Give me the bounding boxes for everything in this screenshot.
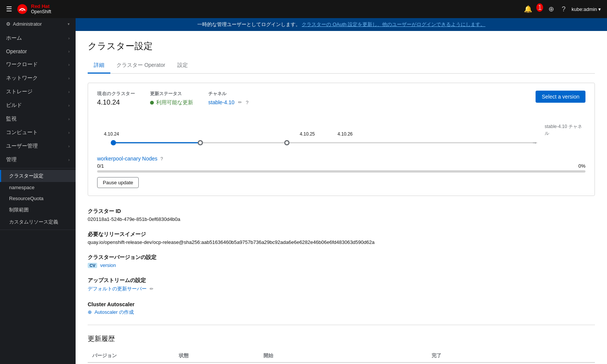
track-channel-label: stable-4.10 チャネル — [545, 123, 582, 137]
workerpool-label-row: workerpool-canary Nodes ? — [97, 156, 585, 162]
sidebar-item-storage-label: ストレージ — [6, 88, 33, 95]
top-nav: ☰ Red Hat OpenShift 🔔 1 ⊕ ? kube:admin ▾ — [0, 0, 607, 18]
brand-line2: OpenShift — [31, 9, 51, 14]
brand: Red Hat OpenShift — [17, 3, 51, 15]
sidebar-item-usermgmt-label: ユーザー管理 — [6, 143, 38, 150]
sidebar-sub-cluster-settings[interactable]: クラスター設定 — [0, 170, 76, 182]
workerpool-link[interactable]: workerpool-canary Nodes — [97, 156, 158, 162]
col-status: 状態 — [174, 349, 259, 362]
sidebar-item-storage[interactable]: ストレージ › — [0, 85, 76, 99]
tab-details[interactable]: 詳細 — [88, 58, 110, 74]
track-node-2-dot — [198, 140, 203, 145]
version-label-2: 4.10.25 — [300, 131, 315, 137]
banner-link[interactable]: クラスターの OAuth 設定を更新し、他のユーザーがログインできるようにします… — [302, 22, 485, 27]
autoscaler-link[interactable]: Autoscaler の作成 — [94, 309, 134, 315]
sidebar-item-workload[interactable]: ワークロード › — [0, 58, 76, 71]
sidebar-item-operator-label: Operator — [6, 48, 27, 54]
chevron-right-icon: › — [68, 131, 70, 135]
main-content: 一時的な管理ユーザーとしてログインします。 クラスターの OAuth 設定を更新… — [76, 18, 607, 364]
update-status-label: 更新ステータス — [150, 91, 193, 97]
channel-field: チャネル stable-4.10 ✏ ? — [208, 91, 249, 105]
cluster-id-value: 020118a1-524b-479e-851b-0ef6830d4b0a — [88, 216, 595, 222]
track-labels: 4.10.24 4.10.25 4.10.26 stable-4.10 チャネル — [100, 123, 582, 137]
cluster-version-section: クラスターバージョンの設定 CV version — [88, 254, 595, 268]
sidebar-item-monitor[interactable]: 監視 › — [0, 112, 76, 126]
track-line-wrapper: → — [100, 139, 582, 147]
hamburger-menu[interactable]: ☰ — [6, 5, 12, 13]
user-menu[interactable]: kube:admin ▾ — [571, 6, 601, 12]
banner-text-before: 一時的な管理ユーザーとしてログインします。 — [197, 22, 300, 27]
channel-end-label: stable-4.10 チャネル — [545, 124, 582, 136]
tab-settings[interactable]: 設定 — [171, 58, 194, 74]
track-label-1: 4.10.24 — [100, 131, 123, 137]
history-table-header-row: バージョン 状態 開始 完了 — [88, 349, 595, 362]
current-cluster-label: 現在のクラスター — [97, 91, 135, 97]
track-progress-line — [111, 142, 198, 143]
sidebar-item-build-label: ビルド — [6, 102, 22, 109]
update-card: 現在のクラスター 4.10.24 更新ステータス 利用可能な更新 チャネル st… — [88, 83, 595, 196]
admin-chevron-icon[interactable]: ▾ — [68, 22, 70, 26]
channel-link[interactable]: stable-4.10 — [208, 99, 234, 105]
autoscaler-label: Cluster Autoscaler — [88, 301, 595, 307]
cluster-id-section: クラスター ID 020118a1-524b-479e-851b-0ef6830… — [88, 208, 595, 222]
sidebar-item-build[interactable]: ビルド › — [0, 99, 76, 112]
admin-role-label: Administrator — [13, 21, 42, 27]
workerpool-progress-bar-bg — [97, 170, 585, 173]
sidebar-sub-limitrange[interactable]: 制限範囲 — [0, 204, 76, 216]
chevron-right-icon: › — [68, 117, 70, 121]
cluster-version-link[interactable]: version — [100, 262, 116, 268]
sidebar-item-home-label: ホーム — [6, 35, 22, 42]
update-status-available: 利用可能な更新 — [150, 99, 193, 106]
track-label-3: 4.10.26 — [334, 131, 356, 137]
plus-circle-icon[interactable]: ⊕ — [548, 5, 554, 13]
sidebar-item-admin-label: 管理 — [6, 156, 17, 163]
release-image-value: quay.io/openshift-release-dev/ocp-releas… — [88, 239, 595, 245]
update-card-header: 現在のクラスター 4.10.24 更新ステータス 利用可能な更新 チャネル st… — [97, 91, 585, 106]
pause-update-button[interactable]: Pause update — [97, 177, 139, 188]
sidebar-sub-crd[interactable]: カスタムリソース定義 — [0, 216, 76, 228]
sidebar-section-main: ホーム › Operator › ワークロード › ネットワーク › ストレージ… — [0, 30, 76, 168]
edit-channel-icon[interactable]: ✏ — [238, 100, 242, 105]
chevron-right-icon: › — [68, 76, 70, 80]
workerpool-fraction: 0/1 — [97, 163, 104, 169]
workerpool-help-icon[interactable]: ? — [160, 156, 163, 162]
upstream-value: デフォルトの更新サーバー ✏ — [88, 285, 595, 292]
version-label-3: 4.10.26 — [338, 131, 353, 137]
brand-text: Red Hat OpenShift — [31, 4, 51, 14]
sidebar-item-usermgmt[interactable]: ユーザー管理 › — [0, 139, 76, 153]
sidebar-item-network[interactable]: ネットワーク › — [0, 71, 76, 85]
sidebar-management-sub: クラスター設定 namespace ResourceQuota 制限範囲 カスタ… — [0, 168, 76, 230]
tab-cluster-operator[interactable]: クラスター Operator — [110, 58, 171, 74]
sidebar-item-workload-label: ワークロード — [6, 61, 38, 68]
sidebar-item-admin[interactable]: 管理 › — [0, 153, 76, 167]
version-label-1: 4.10.24 — [104, 131, 119, 137]
section-divider — [88, 325, 595, 325]
edit-upstream-icon[interactable]: ✏ — [150, 286, 153, 292]
admin-role-row: ⚙ Administrator ▾ — [0, 18, 76, 30]
workerpool-section: workerpool-canary Nodes ? 0/1 0% Pause u… — [97, 156, 585, 188]
channel-help-icon[interactable]: ? — [246, 100, 248, 105]
col-version: バージョン — [88, 349, 174, 362]
page-title: クラスター設定 — [88, 40, 595, 52]
upstream-link[interactable]: デフォルトの更新サーバー — [88, 286, 147, 292]
chevron-right-icon: › — [68, 63, 70, 67]
cluster-id-label: クラスター ID — [88, 208, 595, 215]
nav-icons: 🔔 1 ⊕ ? — [524, 5, 565, 13]
cv-badge: CV — [88, 263, 97, 268]
sidebar-item-network-label: ネットワーク — [6, 75, 38, 82]
sidebar-sub-resourcequota[interactable]: ResourceQuota — [0, 193, 76, 204]
history-section: 更新履歴 バージョン 状態 開始 完了 4.10.24 Completed — [88, 334, 595, 364]
help-icon[interactable]: ? — [562, 5, 565, 13]
select-version-button[interactable]: Select a version — [536, 91, 585, 103]
release-image-label: 必要なリリースイメージ — [88, 231, 595, 238]
chevron-right-icon: › — [68, 144, 70, 148]
autoscaler-section: Cluster Autoscaler ⊕ Autoscaler の作成 — [88, 301, 595, 316]
sidebar-item-operator[interactable]: Operator › — [0, 45, 76, 58]
sidebar-sub-namespace[interactable]: namespace — [0, 182, 76, 193]
notification-icon[interactable]: 🔔 1 — [524, 5, 541, 13]
sidebar-item-compute[interactable]: コンピュート › — [0, 126, 76, 139]
update-status-field: 更新ステータス 利用可能な更新 — [150, 91, 193, 106]
sidebar-item-monitor-label: 監視 — [6, 116, 17, 122]
release-image-section: 必要なリリースイメージ quay.io/openshift-release-de… — [88, 231, 595, 245]
sidebar-item-home[interactable]: ホーム › — [0, 31, 76, 45]
